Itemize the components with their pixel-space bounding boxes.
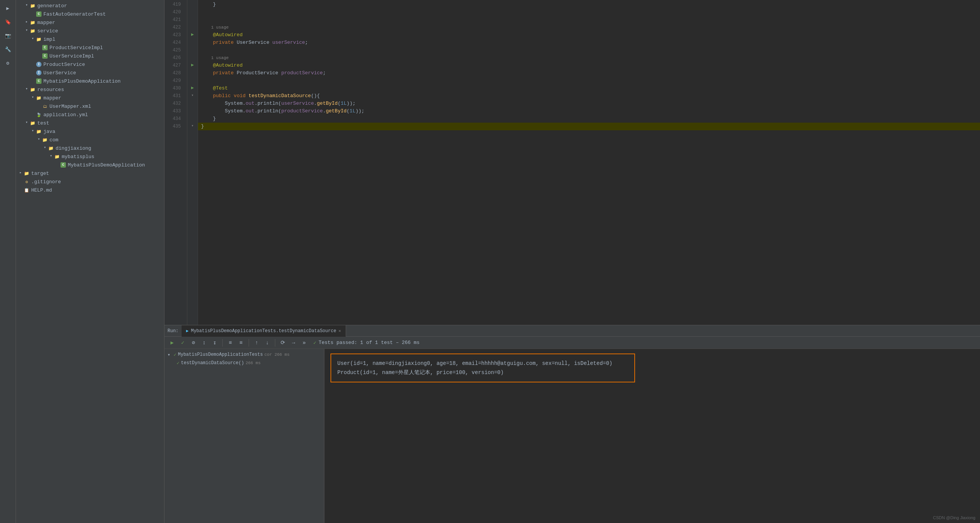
- code-line-423: @Autowired: [198, 31, 980, 39]
- up-btn[interactable]: ↑: [252, 338, 261, 347]
- bottom-tab-run[interactable]: ▶ MybatisPlusDemoApplicationTests.testDy…: [182, 325, 346, 337]
- tree-item-java[interactable]: ▾ 📁 java: [16, 127, 164, 136]
- fold-indicator-435[interactable]: ▾: [191, 123, 193, 128]
- rerun-btn[interactable]: ↕: [200, 338, 209, 347]
- code-line-427: @Autowired: [198, 62, 980, 69]
- tree-item-helpmd[interactable]: 📋 HELP.md: [16, 186, 164, 194]
- more-btn[interactable]: »: [300, 338, 309, 347]
- editor-gutter: ▶ ▶ ▶ ▾ ▾: [187, 0, 198, 325]
- label-fastautogenerator: FastAutoGeneratorTest: [43, 11, 106, 17]
- refresh-btn[interactable]: ⟳: [278, 338, 287, 347]
- tree-item-mapper-res[interactable]: ▾ 📁 mapper: [16, 94, 164, 102]
- bottom-panel: Run: ▶ MybatisPlusDemoApplicationTests.t…: [164, 325, 980, 523]
- test-tree-child[interactable]: ✓ testDynamicDataSource() 266 ms: [164, 359, 324, 367]
- tree-item-productserviceimpl[interactable]: C ProductServiceImpl: [16, 43, 164, 52]
- xml-icon-usermapper: 🗂: [42, 103, 48, 109]
- watermark: CSDN @Ding Jiaxiong: [933, 515, 975, 520]
- bottom-tabs: Run: ▶ MybatisPlusDemoApplicationTests.t…: [164, 325, 980, 337]
- code-line-434: }: [198, 115, 980, 123]
- label-mybatisplusdemo: MybatisPlusDemoApplication: [43, 78, 121, 84]
- label-application-yml: application.yml: [43, 112, 88, 118]
- tree-item-service[interactable]: ▾ 📁 service: [16, 27, 164, 35]
- label-gitignore: .gitignore: [31, 179, 61, 185]
- tree-item-mybatisplusdemo[interactable]: C MybatisPlusDemoApplication: [16, 77, 164, 85]
- folder-icon-dingjiaxiong: 📁: [48, 145, 54, 151]
- md-icon: 📋: [24, 187, 30, 193]
- down-btn[interactable]: ↓: [263, 338, 272, 347]
- gutter-run-icon-427[interactable]: ▶: [191, 62, 194, 68]
- tree-item-test[interactable]: ▾ 📁 test: [16, 119, 164, 127]
- wrench-icon-btn[interactable]: 🔧: [3, 44, 13, 55]
- git-icon: ⚙: [24, 179, 30, 185]
- forward-btn[interactable]: →: [289, 338, 298, 347]
- tab-close-btn[interactable]: ✕: [338, 328, 341, 333]
- label-usermapper-xml: UserMapper.xml: [49, 104, 91, 109]
- stop-btn[interactable]: ⊘: [189, 338, 198, 347]
- code-lines[interactable]: } 1 usage @Autowired: [198, 0, 980, 325]
- tree-item-mapper[interactable]: ▸ 📁 mapper: [16, 18, 164, 27]
- code-line-435: }: [198, 123, 980, 130]
- output-box: User(id=1, name=dingjiaxiong0, age=18, e…: [330, 353, 635, 382]
- arrow-gennerator: ▾: [24, 3, 30, 9]
- toolbar-sep-2: [249, 339, 249, 347]
- settings-icon-btn[interactable]: ⚙: [3, 58, 13, 69]
- tree-item-dingjiaxiong[interactable]: ▾ 📁 dingjiaxiong: [16, 144, 164, 152]
- run-icon-btn[interactable]: ▶: [3, 3, 13, 14]
- test-child-time: 266 ms: [246, 361, 261, 365]
- tree-item-gennerator[interactable]: ▾ 📁 gennerator: [16, 2, 164, 10]
- tree-item-userservice[interactable]: I UserService: [16, 69, 164, 77]
- folder-icon-service: 📁: [30, 28, 36, 34]
- code-line-420: [198, 8, 980, 16]
- tree-item-userserviceimpl[interactable]: C UserServiceImpl: [16, 52, 164, 60]
- tree-item-impl[interactable]: ▾ 📁 impl: [16, 35, 164, 43]
- java-c-icon-psi: C: [42, 45, 48, 51]
- output-line-2: Product(id=1, name=外星人笔记本, price=100, ve…: [337, 368, 628, 377]
- label-service: service: [37, 28, 58, 34]
- sort-btn-2[interactable]: ≡: [236, 338, 246, 347]
- camera-icon-btn[interactable]: 📷: [3, 30, 13, 41]
- java-c-icon-usi: C: [42, 53, 48, 59]
- tree-item-usermapper-xml[interactable]: 🗂 UserMapper.xml: [16, 102, 164, 110]
- label-userservice: UserService: [43, 70, 76, 76]
- check-btn[interactable]: ✓: [178, 338, 187, 347]
- label-productservice: ProductService: [43, 62, 85, 67]
- label-gennerator: gennerator: [37, 3, 67, 9]
- sort-btn-1[interactable]: ≡: [226, 338, 235, 347]
- output-area: User(id=1, name=dingjiaxiong0, age=18, e…: [324, 349, 980, 523]
- rerun-failed-btn[interactable]: ↧: [210, 338, 219, 347]
- gutter-run-icon-430[interactable]: ▶: [191, 85, 194, 91]
- test-child-label: testDynamicDataSource(): [181, 360, 244, 366]
- run-tab-icon: ▶: [186, 328, 189, 333]
- java-c-icon-mpdtest: C: [60, 162, 66, 168]
- code-line-425: [198, 46, 980, 54]
- tree-item-productservice[interactable]: I ProductService: [16, 60, 164, 69]
- tree-item-gitignore[interactable]: ⚙ .gitignore: [16, 178, 164, 186]
- code-line-436: [198, 130, 980, 138]
- code-line-429: [198, 77, 980, 85]
- test-status-text: Tests passed: 1 of 1 test – 266 ms: [319, 340, 420, 345]
- test-child-check: ✓: [177, 360, 179, 366]
- tree-item-target[interactable]: ▸ 📁 target: [16, 169, 164, 178]
- java-i-icon-us: I: [36, 70, 42, 76]
- tree-item-resources[interactable]: ▾ 📁 resources: [16, 85, 164, 94]
- code-line-426: 1 usage: [198, 54, 980, 62]
- code-line-419: }: [198, 1, 980, 8]
- test-tree-root[interactable]: ▾ ✓ MybatisPlusDemoApplicationTests cor …: [164, 350, 324, 359]
- label-dingjiaxiong: dingjiaxiong: [56, 146, 91, 151]
- folder-icon-mapper-res: 📁: [36, 95, 42, 101]
- tree-item-mybatisplusdemotest[interactable]: C MybatisPlusDemoApplication: [16, 161, 164, 169]
- tree-item-fastautogenerator[interactable]: C FastAutoGeneratorTest: [16, 10, 164, 18]
- tree-item-com[interactable]: ▾ 📁 com: [16, 136, 164, 144]
- run-btn[interactable]: ▶: [168, 338, 177, 347]
- test-root-label: MybatisPlusDemoApplicationTests: [178, 352, 263, 357]
- tree-item-application-yml[interactable]: 🍃 application.yml: [16, 110, 164, 119]
- fold-indicator-431[interactable]: ▾: [191, 93, 193, 98]
- test-status-container: ✓ Tests passed: 1 of 1 test – 266 ms: [313, 340, 420, 346]
- code-line-430: @Test: [198, 85, 980, 92]
- tree-item-mybatisplus[interactable]: ▾ 📁 mybatisplus: [16, 152, 164, 161]
- label-impl: impl: [43, 37, 55, 42]
- file-tree: ▾ 📁 gennerator C FastAutoGeneratorTest ▸…: [16, 0, 164, 523]
- java-c-icon-fast: C: [36, 11, 42, 17]
- gutter-run-icon-423[interactable]: ▶: [191, 32, 194, 37]
- bookmark-icon-btn[interactable]: 🔖: [3, 17, 13, 27]
